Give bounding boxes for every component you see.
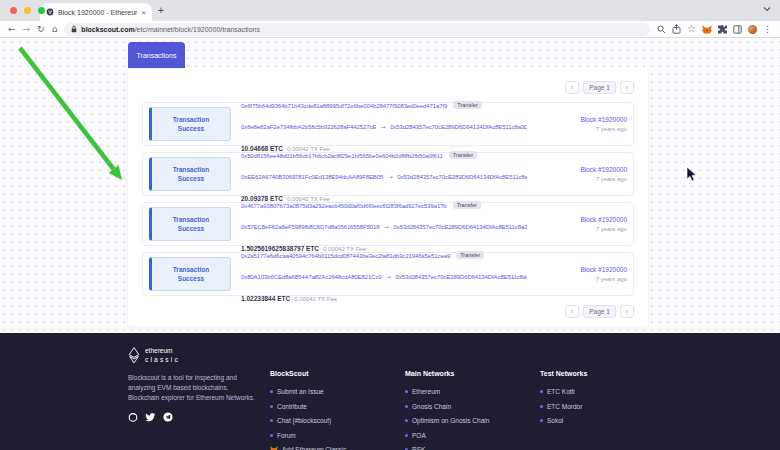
footer-column-main-networks: Main Networks Ethereum Gnosis Chain Opti… [405, 347, 540, 450]
side-panel-icon[interactable] [733, 25, 742, 34]
from-address-link[interactable]: 0x80A103b6CEd8a6854A7a82Ac2648cdA80E821C… [241, 274, 382, 280]
new-tab-button[interactable]: + [158, 6, 164, 16]
next-page-button[interactable]: › [620, 81, 634, 94]
from-address-link[interactable]: 0xEE62A6740B3069781Fc0Ed138E94dcAA89F8EB… [241, 174, 383, 180]
bullet-dot-icon [540, 390, 543, 393]
menu-kebab-icon[interactable]: ⋮ [763, 25, 772, 34]
page-indicator: Page 1 [583, 305, 616, 318]
bullet-dot-icon [270, 434, 273, 437]
tab-transactions[interactable]: Transactions [128, 42, 185, 68]
pagination-top: ‹ Page 1 › [142, 80, 634, 94]
site-favicon-icon [46, 8, 54, 16]
footer-link[interactable]: Sokol [547, 417, 563, 424]
tx-hash-link[interactable]: 0x6f75b64d9364b71b43cde81a88995df72e6be0… [241, 103, 447, 109]
footer-link[interactable]: ETC Mordor [547, 403, 582, 410]
address-bar[interactable]: blockscout.com/etc/mainnet/block/1920000… [64, 23, 650, 36]
back-icon[interactable]: ← [8, 25, 16, 34]
bullet-dot-icon [270, 419, 273, 422]
footer-link[interactable]: Gnosis Chain [412, 403, 451, 410]
footer-link[interactable]: Chat (#blockscout) [277, 417, 331, 424]
block-link[interactable]: Block #1920000 [537, 166, 627, 173]
bullet-dot-icon [270, 390, 273, 393]
metamask-icon[interactable] [702, 25, 712, 34]
reload-icon[interactable]: ↻ [37, 25, 45, 34]
footer-link[interactable]: Forum [277, 432, 296, 439]
tx-age: 7 years ago [537, 276, 627, 282]
close-window-button[interactable] [10, 7, 17, 14]
page-indicator: Page 1 [583, 81, 616, 94]
url-path: /etc/mainnet/block/1920000/transactions [135, 26, 260, 33]
github-icon[interactable] [128, 412, 138, 422]
tx-type-badge: Transfer [453, 201, 481, 209]
transaction-row: Transaction Success 0x4677a93807b73a0875… [142, 202, 634, 246]
url-text: blockscout.com/etc/mainnet/block/1920000… [81, 26, 260, 33]
footer-column-title: Main Networks [405, 370, 540, 377]
status-badge: Transaction Success [149, 157, 231, 191]
tx-age: 7 years ago [537, 226, 627, 232]
tab-search-chevron-icon[interactable] [763, 6, 771, 12]
bullet-dot-icon [405, 419, 408, 422]
transaction-row: Transaction Success 0x6f75b64d9364b71b43… [142, 102, 634, 146]
to-address-link[interactable]: 0x53d284357ec70cE289D6D64134DfAc8E511c8a… [394, 224, 527, 230]
prev-page-button[interactable]: ‹ [565, 305, 579, 318]
telegram-icon[interactable] [163, 412, 173, 422]
footer-link[interactable]: Contribute [277, 403, 307, 410]
to-address-link[interactable]: 0x53d284357ec70cE289D6D64134DfAc8E511c8a… [396, 274, 527, 280]
transaction-row: Transaction Success 0x50d8156ee48d01b56c… [142, 152, 634, 196]
minimize-window-button[interactable] [24, 7, 31, 14]
footer: ethereum classic Blockscout is a tool fo… [0, 333, 780, 450]
footer-link[interactable]: Ethereum [412, 388, 440, 395]
block-link[interactable]: Block #1920000 [537, 216, 627, 223]
share-icon[interactable] [672, 24, 681, 34]
window-controls [10, 7, 45, 14]
footer-link[interactable]: Optimism on Gnosis Chain [412, 417, 489, 424]
tx-fee: 0.00042 TX Fee [294, 296, 337, 302]
bullet-dot-icon [540, 419, 543, 422]
to-address-link[interactable]: 0x53d284357ec70cE289D6D64134DfAc8E511c8a… [397, 174, 527, 180]
footer-description: Blockscout is a tool for inspecting and … [128, 373, 260, 403]
search-icon[interactable] [657, 25, 666, 34]
bookmark-star-icon[interactable]: ☆ [687, 24, 696, 34]
profile-avatar[interactable] [748, 25, 757, 34]
arrow-right-icon: → [388, 173, 393, 180]
transactions-card: ‹ Page 1 › Transaction Success 0x6f75b64… [128, 68, 648, 326]
twitter-icon[interactable] [145, 413, 156, 422]
tx-hash-link[interactable]: 0x2a5177e6d6caa40594c764b0115dcd087443be… [241, 253, 450, 259]
url-domain: blockscout.com [81, 26, 134, 33]
tx-type-badge: Transfer [453, 101, 481, 109]
footer-link[interactable]: POA [412, 432, 426, 439]
prev-page-button[interactable]: ‹ [565, 81, 579, 94]
bullet-dot-icon [405, 434, 408, 437]
footer-link[interactable]: Add Ethereum Classic [282, 446, 346, 450]
maximize-window-button[interactable] [38, 7, 45, 14]
forward-icon[interactable]: → [23, 25, 31, 34]
pagination-bottom: ‹ Page 1 › [142, 304, 634, 318]
tx-value: 1.02233844 ETC [241, 295, 290, 302]
tx-hash-link[interactable]: 0x50d8156ee48d01b56cb17b6cb2ac8f29e1bf56… [241, 153, 443, 159]
tab-title: Block 1920000 - Ethereum Cla [58, 9, 137, 16]
browser-tab[interactable]: Block 1920000 - Ethereum Cla × [40, 3, 152, 21]
block-link[interactable]: Block #1920000 [537, 116, 627, 123]
lock-icon [71, 25, 77, 33]
footer-link[interactable]: RSK [412, 446, 425, 450]
footer-column-title: Test Networks [540, 370, 675, 377]
from-address-link[interactable]: 0x6e8e82aF2e734fbbA2b58c5b922628aF442527… [241, 124, 376, 130]
metamask-fox-icon [270, 446, 278, 450]
tx-age: 7 years ago [537, 126, 627, 132]
mouse-cursor [686, 166, 698, 183]
footer-column-test-networks: Test Networks ETC Kotti ETC Mordor Sokol [540, 347, 675, 450]
brand-line-1: ethereum [145, 347, 180, 355]
footer-link[interactable]: ETC Kotti [547, 388, 575, 395]
page-body: Transactions ‹ Page 1 › Transaction Succ… [0, 38, 780, 333]
ethereum-classic-logo-icon [128, 347, 140, 364]
close-tab-icon[interactable]: × [141, 8, 146, 17]
tx-hash-link[interactable]: 0x4677a93807b73a0875d3a292eacb450d0af0d6… [241, 203, 447, 209]
extensions-puzzle-icon[interactable] [718, 25, 727, 34]
status-badge: Transaction Success [149, 107, 231, 141]
from-address-link[interactable]: 0x57EC8eF62a8eF5989fb8C6D7d8a05616558F50… [241, 224, 380, 230]
home-icon[interactable]: ⌂ [52, 25, 58, 34]
to-address-link[interactable]: 0x53d284357ec70cE289D6D64134DfAc8E511c8a… [390, 124, 527, 130]
footer-link[interactable]: Submit an Issue [277, 388, 324, 395]
next-page-button[interactable]: › [620, 305, 634, 318]
block-link[interactable]: Block #1920000 [537, 266, 627, 273]
